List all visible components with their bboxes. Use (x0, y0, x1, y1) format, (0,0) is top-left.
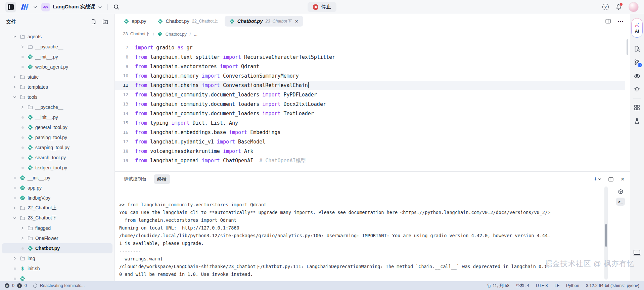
breadcrumb-more[interactable]: ... (194, 32, 197, 37)
eye-icon[interactable] (631, 70, 643, 81)
chevron-right-icon[interactable] (12, 205, 17, 211)
errors-count[interactable]: 0 (12, 283, 14, 288)
tree-item-chatbot-py[interactable]: Chatbot.py (2, 243, 112, 253)
chevron-down-icon[interactable] (12, 94, 17, 100)
breadcrumb-file[interactable]: Chatbot.py (166, 32, 187, 37)
file-search-icon[interactable] (631, 43, 643, 54)
code-line-10[interactable]: 10from langchain.memory import Conversat… (115, 71, 625, 81)
code-line-18[interactable]: 18from volcenginesdkarkruntime import Ar… (115, 147, 625, 156)
errors-icon[interactable]: ✕ (5, 283, 9, 288)
code-line-7[interactable]: 7import gradio as gr (115, 45, 625, 52)
test-flask-icon[interactable] (631, 115, 643, 127)
code-line-17[interactable]: 17from langchain.pydantic_v1 import Base… (115, 137, 625, 147)
tree-item-weibo_agent-py[interactable]: weibo_agent.py (2, 62, 112, 72)
tree-item-tools[interactable]: tools (2, 92, 112, 102)
code-line-11[interactable]: 11from langchain.chains import Conversat… (115, 81, 625, 90)
close-icon[interactable]: ✕ (295, 19, 298, 24)
warnings-icon[interactable]: ! (17, 283, 22, 288)
new-file-icon[interactable] (91, 19, 97, 25)
close-panel-icon[interactable]: ✕ (620, 176, 625, 182)
chevron-right-icon[interactable] (12, 74, 17, 80)
source-control-icon[interactable] (631, 56, 643, 68)
warnings-count[interactable]: 0 (25, 283, 27, 288)
chevron-right-icon[interactable] (20, 44, 25, 49)
code-line-16[interactable]: 16from langchain.embeddings.base import … (115, 128, 625, 137)
code-line-8[interactable]: 8from langchain.text_splitter import Rec… (115, 52, 625, 62)
code-line-19[interactable]: 19from langchain_openai import ChatOpenA… (115, 156, 625, 165)
eol[interactable]: LF (554, 283, 559, 288)
more-actions-icon[interactable]: ··· (618, 18, 624, 24)
tree-item-23_chatbot-[interactable]: 23_Chatbot下 (2, 213, 112, 223)
extensions-grid-icon[interactable] (631, 102, 643, 113)
workspace-switcher[interactable]: </> LangChain 实战课 (41, 3, 102, 11)
chevron-down-icon[interactable] (33, 5, 37, 9)
tree-item-parsing_tool-py[interactable]: parsing_tool.py (2, 132, 112, 142)
tree-item-__init__-py[interactable]: __init__.py (2, 112, 112, 122)
tree-item-init-sh[interactable]: $init.sh (2, 263, 112, 274)
tree-item-clipped[interactable] (2, 274, 112, 281)
tree-item-app-py[interactable]: app.py (2, 183, 112, 193)
tab-debug-console[interactable]: 调试控制台 (120, 174, 150, 184)
split-editor-icon[interactable] (605, 18, 611, 24)
code-line-13[interactable]: 13from langchain_community.document_load… (115, 99, 625, 109)
remote-laptop-icon[interactable] (632, 249, 642, 257)
chevron-right-icon[interactable] (20, 225, 25, 231)
tree-item-search_tool-py[interactable]: search_tool.py (2, 153, 112, 163)
tree-item-textgen_tool-py[interactable]: textgen_tool.py (2, 163, 112, 173)
chevron-right-icon[interactable] (20, 236, 25, 241)
code-line-12[interactable]: 12from langchain_community.document_load… (115, 90, 625, 99)
tree-item-__init__-py[interactable]: __init__.py (2, 173, 112, 183)
tree-item-agents[interactable]: agents (2, 32, 112, 42)
tree-item-flagged[interactable]: flagged (2, 223, 112, 233)
ai-assistant-button[interactable]: AI (631, 18, 643, 38)
code-line-9[interactable]: 9from langchain.vectorstores import Qdra… (115, 62, 625, 71)
tab-app-py[interactable]: app.py (119, 16, 151, 27)
tab-chatbot-py-23[interactable]: Chatbot.py 23_Chatbot下 ✕ (225, 16, 303, 27)
breadcrumb[interactable]: 23_Chatbot下 / Chatbot.py / ... (115, 28, 630, 40)
tree-item-static[interactable]: static (2, 72, 112, 82)
indentation[interactable]: 空格: 4 (516, 283, 529, 289)
tree-item-__pycache__[interactable]: __pycache__ (2, 42, 112, 52)
breadcrumb-folder[interactable]: 23_Chatbot下 (123, 31, 150, 37)
editor-scrollbar[interactable] (627, 39, 628, 55)
code-line-14[interactable]: 14from langchain_community.document_load… (115, 109, 625, 118)
tab-chatbot-py-22[interactable]: Chatbot.py 22_Chatbot上 (153, 16, 223, 27)
tree-item-oneflower[interactable]: OneFlower (2, 233, 112, 243)
split-terminal-icon[interactable] (608, 176, 614, 182)
tree-item-img[interactable]: img (2, 253, 112, 263)
chevron-down-icon[interactable] (598, 177, 601, 181)
new-folder-icon[interactable] (102, 19, 108, 25)
terminal-icon[interactable]: >_ (616, 198, 625, 206)
chevron-right-icon[interactable] (12, 256, 17, 261)
tree-item-general_tool-py[interactable]: general_tool.py (2, 122, 112, 132)
cursor-position[interactable]: 行 11, 列 58 (487, 283, 509, 289)
tree-item-__init__-py[interactable]: __init__.py (2, 52, 112, 62)
avatar[interactable] (629, 2, 639, 12)
language-mode[interactable]: Python (566, 283, 579, 288)
chevron-down-icon[interactable] (12, 215, 17, 221)
notifications-bell-icon[interactable] (615, 4, 622, 10)
output-cube-icon[interactable] (616, 188, 625, 196)
help-icon[interactable]: ? (602, 4, 609, 10)
chevron-right-icon[interactable] (12, 84, 17, 90)
tree-item-__pycache__[interactable]: __pycache__ (2, 102, 112, 112)
encoding[interactable]: UTF-8 (536, 283, 548, 288)
chevron-down-icon[interactable] (12, 34, 17, 39)
bug-icon[interactable] (631, 83, 643, 95)
search-icon[interactable] (113, 4, 120, 10)
code-editor[interactable]: 7import gradio as gr8from langchain.text… (115, 45, 625, 171)
tree-item-findbigv-py[interactable]: findbigV.py (2, 193, 112, 203)
new-terminal-icon[interactable]: + (594, 176, 597, 182)
tree-item-22_chatbot-[interactable]: 22_Chatbot上 (2, 203, 112, 213)
stop-button[interactable]: 停止 (308, 2, 336, 12)
chevron-right-icon[interactable] (20, 105, 25, 110)
tree-item-scraping_tool-py[interactable]: scraping_tool.py (2, 142, 112, 153)
marscode-logo-icon[interactable] (20, 2, 29, 11)
tree-item-templates[interactable]: templates (2, 82, 112, 92)
sidebar-toggle-button[interactable] (5, 2, 16, 12)
scrollbar-thumb[interactable] (605, 224, 607, 247)
interpreter[interactable]: 3.12.2 64-bit ('shims': pyenv) (586, 283, 639, 288)
tab-terminal[interactable]: 终端 (154, 174, 170, 184)
terminal-output[interactable]: >> from langchain_community.vectorstores… (115, 187, 600, 281)
code-line-15[interactable]: 15from typing import Dict, List, Any (115, 118, 625, 128)
